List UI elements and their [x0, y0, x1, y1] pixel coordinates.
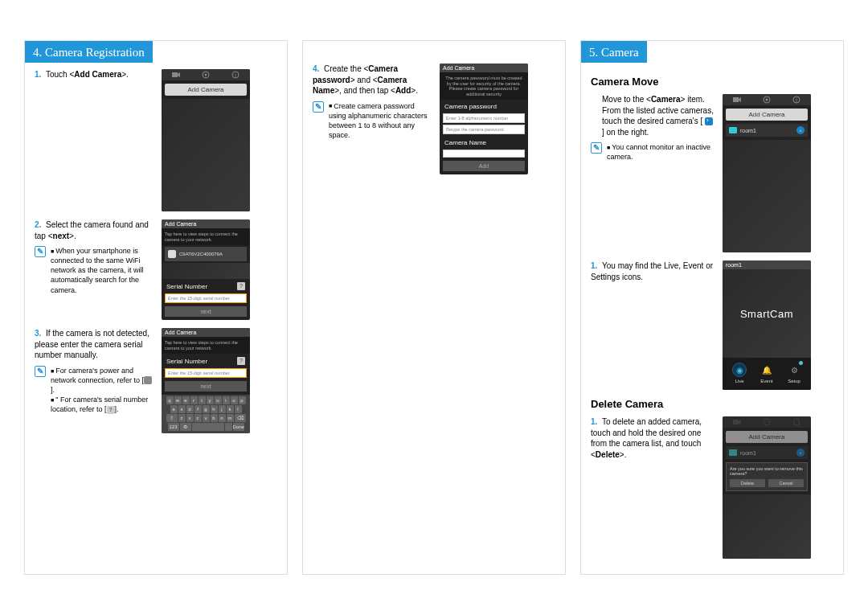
- phone-tab-bar: i: [162, 69, 250, 80]
- camera-icon: [729, 127, 737, 133]
- phone-screenshot-delete-dialog: Add Camera room1 › Are you sure you want…: [723, 416, 811, 559]
- step-4-text: 4.Create the <Camera password> and <Came…: [313, 64, 433, 174]
- arrow-icon[interactable]: ›: [796, 126, 805, 134]
- phone-header: Add Camera: [440, 64, 528, 72]
- step-1-row: 1.Touch <Add Camera>. i Add Camera: [35, 69, 277, 211]
- phone-screenshot-add-camera: i Add Camera: [162, 69, 250, 211]
- note-icon: ✎: [35, 366, 46, 377]
- password-input[interactable]: Enter 1-8 alphanumeric number: [443, 113, 525, 123]
- delete-camera-title: Delete Camera: [591, 398, 833, 410]
- delete-dialog: Are you sure you want to remove this cam…: [726, 462, 808, 491]
- step-live-row: 1.You may find the Live, Event or Settin…: [591, 260, 833, 390]
- phone-screenshot-smartcam: room1 SmartCam ◉ Live 🔔 Event ⚙ Setup: [723, 260, 811, 390]
- name-label: Camera Name: [440, 136, 528, 148]
- phone-body: [162, 99, 250, 211]
- add-button[interactable]: Add: [443, 161, 525, 171]
- room-label: room1: [740, 128, 756, 133]
- help-icon[interactable]: ?: [237, 357, 245, 365]
- tab-setup-icon: [752, 96, 782, 104]
- keyboard-done[interactable]: Done: [233, 423, 244, 431]
- phone-header: Add Camera: [162, 328, 250, 337]
- camera-icon: [729, 449, 737, 456]
- svg-marker-1: [178, 72, 180, 77]
- tab-camera-icon: [723, 96, 752, 103]
- cancel-button[interactable]: Cancel: [768, 479, 804, 487]
- step-1-text: 1.Touch <Add Camera>.: [35, 69, 155, 211]
- camera-thumb-icon: [168, 250, 176, 258]
- keyboard[interactable]: qwertyuiop asdfghjkl ⇧zxcvbnm⌫ 123⚙.Done: [162, 395, 250, 433]
- phone-help-text: Tap here to view steps to connect the ca…: [162, 337, 250, 354]
- event-icon[interactable]: 🔔 Event: [760, 363, 774, 383]
- bottom-icon-bar: ◉ Live 🔔 Event ⚙ Setup: [723, 358, 811, 390]
- phone-tab-bar: i: [723, 94, 811, 105]
- note-text: Create camera password using alphanumeri…: [329, 101, 433, 141]
- phone-body: [723, 494, 811, 559]
- arrow-icon: [705, 117, 713, 125]
- svg-rect-6: [733, 97, 739, 102]
- live-icon[interactable]: ◉ Live: [732, 363, 747, 383]
- panel-camera-registration: 4. Camera Registration 1.Touch <Add Came…: [24, 40, 288, 575]
- panel-camera-registration-cont: 4.Create the <Camera password> and <Came…: [302, 40, 566, 575]
- svg-marker-13: [739, 420, 741, 424]
- serial-label-row: Serial Number ?: [162, 354, 250, 367]
- phone-header: room1: [723, 260, 811, 269]
- name-input[interactable]: [443, 150, 525, 158]
- svg-marker-7: [739, 97, 741, 102]
- svg-point-3: [205, 74, 207, 76]
- camera-move-title: Camera Move: [591, 76, 833, 88]
- panel-camera: 5. Camera Camera Move Move to the <Camer…: [580, 40, 844, 575]
- phone-screenshot-serial-keyboard: Add Camera Tap here to view steps to con…: [162, 328, 250, 433]
- note-row: ✎ You cannot monitor an inactive camera.: [591, 142, 716, 162]
- smartcam-logo: SmartCam: [723, 269, 811, 358]
- serial-label-row: Serial Number ?: [162, 279, 250, 292]
- room-label: room1: [740, 450, 756, 456]
- step-number: 4.: [313, 64, 324, 75]
- help-icon[interactable]: ?: [237, 282, 245, 290]
- svg-rect-12: [733, 420, 739, 424]
- serial-input[interactable]: Enter the 15-digit serial number: [165, 368, 247, 378]
- found-camera-row[interactable]: C9AT6V2C400079A: [165, 247, 247, 261]
- serial-input[interactable]: Enter the 15-digit serial number: [165, 293, 247, 303]
- next-button[interactable]: next: [165, 381, 247, 392]
- tab-info-icon: i: [220, 71, 250, 79]
- note-row: ✎ For camera's power and network connect…: [35, 366, 155, 415]
- phone-screenshot-camera-list: i Add Camera room1 ›: [723, 94, 811, 252]
- delete-button[interactable]: Delete: [730, 479, 765, 487]
- gear-icon: [144, 376, 152, 384]
- camera-move-text: Move to the <Camera> item. From the list…: [591, 94, 716, 252]
- note-row: ✎ Create camera password using alphanume…: [313, 101, 433, 141]
- step-2-text: 2.Select the camera found and tap <next>…: [35, 219, 155, 320]
- arrow-icon: ›: [796, 449, 805, 457]
- next-button[interactable]: next: [165, 306, 247, 317]
- password-retype-input[interactable]: Retype the camera password: [443, 125, 525, 134]
- tab-info-icon: i: [781, 96, 811, 104]
- step-number: 1.: [591, 416, 602, 428]
- svg-text:i: i: [796, 97, 797, 103]
- phone-screenshot-select-camera: Add Camera Tap here to view steps to con…: [162, 219, 250, 320]
- step-number: 1.: [591, 260, 602, 272]
- step-2-row: 2.Select the camera found and tap <next>…: [35, 219, 277, 320]
- step-3-text: 3.If the camera is not detected, please …: [35, 328, 155, 433]
- room-row: room1 ›: [726, 446, 808, 459]
- note-icon: ✎: [313, 101, 324, 113]
- phone-screenshot-create-password: Add Camera The camera password must be c…: [440, 64, 528, 174]
- add-camera-button[interactable]: Add Camera: [726, 109, 808, 121]
- dialog-message: Are you sure you want to remove this cam…: [730, 466, 804, 476]
- tab-info-icon: [781, 418, 811, 426]
- add-camera-button: Add Camera: [726, 431, 808, 443]
- phone-help-text: The camera password must be created by t…: [440, 72, 528, 100]
- step-4-row: 4.Create the <Camera password> and <Came…: [313, 64, 555, 174]
- step-number: 1.: [35, 69, 46, 80]
- panel-header: 4. Camera Registration: [25, 41, 153, 63]
- camera-move-row: Move to the <Camera> item. From the list…: [591, 94, 833, 252]
- note-text: When your smartphone is connected to the…: [51, 246, 155, 295]
- note-icon: ✎: [35, 246, 46, 257]
- setup-icon[interactable]: ⚙ Setup: [787, 363, 801, 383]
- room-row[interactable]: room1 ›: [726, 124, 808, 137]
- tab-setup-icon: [752, 418, 782, 426]
- tab-camera-icon: [723, 419, 752, 425]
- phone-body: [723, 140, 811, 252]
- phone-help-text: Tap here to view steps to connect the ca…: [162, 228, 250, 245]
- step-live-text: 1.You may find the Live, Event or Settin…: [591, 260, 716, 390]
- add-camera-button[interactable]: Add Camera: [165, 84, 247, 96]
